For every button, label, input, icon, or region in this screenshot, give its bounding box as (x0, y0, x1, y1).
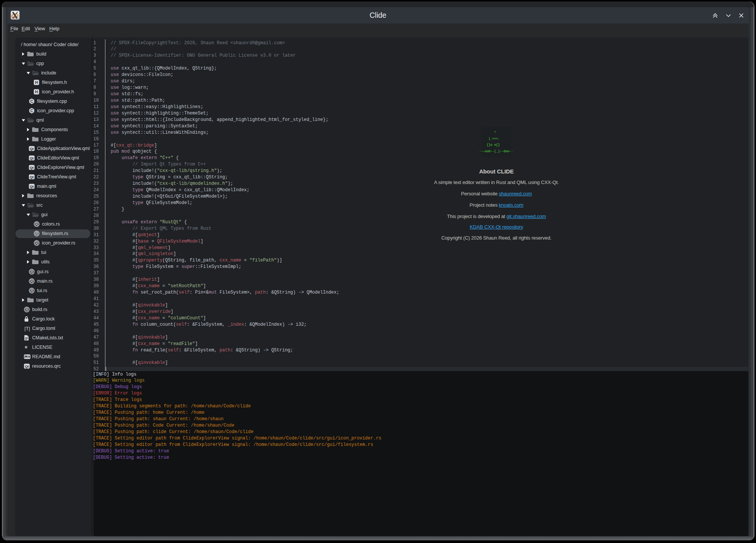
svg-text:R: R (31, 289, 34, 293)
svg-text:H: H (35, 90, 38, 94)
svg-text:R: R (31, 279, 34, 283)
svg-text:C: C (30, 108, 33, 113)
svg-text:Qt: Qt (30, 156, 34, 160)
svg-text:R: R (36, 222, 39, 226)
svg-text:Qt: Qt (30, 184, 34, 189)
svg-text:R: R (36, 232, 39, 236)
svg-text:Qt: Qt (30, 175, 34, 179)
svg-text:R: R (36, 241, 39, 245)
svg-text:Qt: Qt (30, 146, 34, 150)
svg-text:[T]: [T] (25, 326, 30, 331)
svg-text:C: C (30, 99, 33, 103)
svg-text:R: R (31, 270, 34, 274)
svg-text:H: H (35, 80, 38, 85)
svg-text:Qt: Qt (30, 166, 34, 170)
svg-text:Qt: Qt (25, 364, 29, 368)
svg-text:R: R (26, 308, 29, 312)
